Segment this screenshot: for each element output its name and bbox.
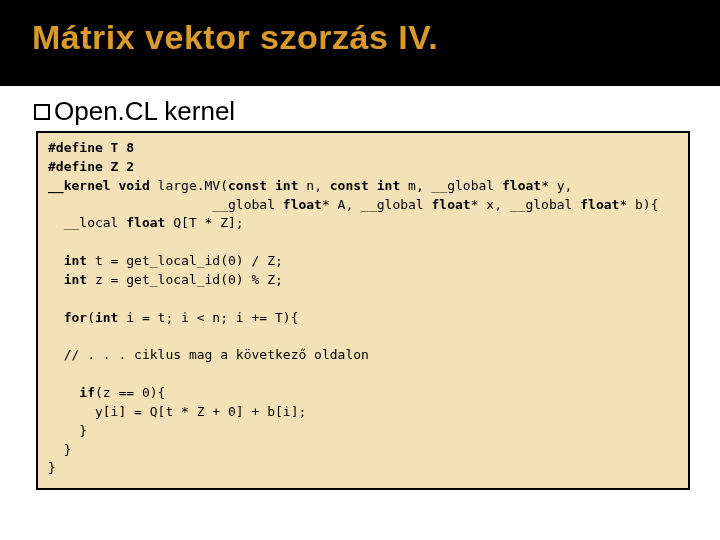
code-kw: int — [48, 253, 87, 268]
subtitle-text: Open.CL kernel — [54, 96, 235, 127]
code-kw: int — [48, 272, 87, 287]
code-text: * x, __global — [471, 197, 581, 212]
code-text: * b){ — [619, 197, 658, 212]
code-text: Q[T * Z]; — [165, 215, 243, 230]
code-comment: // . . . ciklus mag a következő oldalon — [48, 347, 369, 362]
code-block: #define T 8 #define Z 2 __kernel void la… — [36, 131, 690, 490]
code-kw: float — [126, 215, 165, 230]
code-text: i = t; i < n; i += T){ — [118, 310, 298, 325]
code-text: * A, __global — [322, 197, 432, 212]
code-text: __local — [48, 215, 126, 230]
content-area: Open.CL kernel #define T 8 #define Z 2 _… — [0, 86, 720, 490]
code-text: y[i] = Q[t * Z + 0] + b[i]; — [48, 404, 306, 419]
code-kw: float — [432, 197, 471, 212]
code-text: } — [48, 423, 87, 438]
code-text: large.MV( — [150, 178, 228, 193]
code-kw: if — [48, 385, 95, 400]
code-kw: const int — [228, 178, 298, 193]
code-kw: float — [502, 178, 541, 193]
code-text: z = get_local_id(0) % Z; — [87, 272, 283, 287]
code-kw: int — [95, 310, 118, 325]
code-text: * y, — [541, 178, 572, 193]
code-text: } — [48, 442, 71, 457]
code-text: } — [48, 460, 56, 475]
code-kw: float — [283, 197, 322, 212]
slide-title: Mátrix vektor szorzás IV. — [32, 18, 720, 57]
code-kw: for — [48, 310, 87, 325]
code-text: ( — [87, 310, 95, 325]
code-line: #define T 8 — [48, 140, 134, 155]
code-line: #define Z 2 — [48, 159, 134, 174]
code-text: n, — [298, 178, 329, 193]
title-bar: Mátrix vektor szorzás IV. — [0, 0, 720, 86]
code-text: __global — [48, 197, 283, 212]
code-text: (z == 0){ — [95, 385, 165, 400]
code-text: m, __global — [400, 178, 502, 193]
code-kw: __kernel void — [48, 178, 150, 193]
code-kw: float — [580, 197, 619, 212]
square-bullet-icon — [34, 104, 50, 120]
subtitle-line: Open.CL kernel — [34, 96, 688, 127]
code-kw: const int — [330, 178, 400, 193]
code-text: t = get_local_id(0) / Z; — [87, 253, 283, 268]
